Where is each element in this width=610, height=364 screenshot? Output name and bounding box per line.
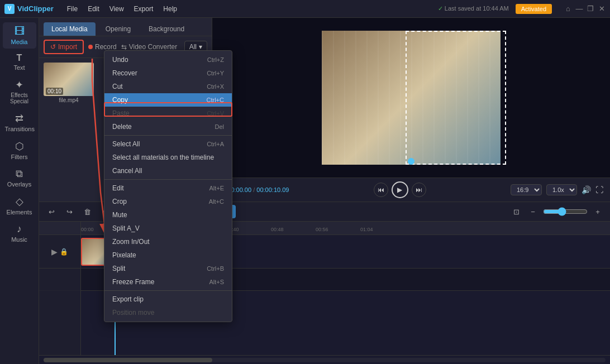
sidebar-item-music[interactable]: ♪ Music: [3, 220, 36, 246]
tab-local-media[interactable]: Local Media: [44, 22, 96, 36]
preview-selection-overlay: [406, 31, 506, 165]
media-icon: 🎞: [5, 26, 34, 37]
menu-file[interactable]: File: [63, 3, 82, 15]
ctx-separator-3: [104, 290, 232, 291]
media-thumbnail: 00:10: [44, 63, 94, 96]
activated-button[interactable]: Activated: [516, 4, 552, 14]
record-button[interactable]: Record: [88, 43, 117, 51]
ctx-delete[interactable]: Delete Del: [104, 120, 232, 133]
prev-frame-button[interactable]: ⏮: [374, 183, 388, 197]
sidebar-item-transitions[interactable]: ⇄ Transitions: [3, 109, 36, 136]
menu-edit[interactable]: Edit: [83, 3, 104, 15]
video-converter-button[interactable]: ⇆ Video Converter: [121, 43, 178, 51]
zoom-in-icon[interactable]: +: [591, 205, 604, 218]
close-icon[interactable]: ✕: [598, 5, 606, 13]
preview-panel: 00:00:00.00 / 00:00:10.09 ⏮ ▶ ⏭ 16:9: [212, 18, 610, 202]
save-status: ✓ Last saved at 10:44 AM: [438, 5, 509, 12]
ctx-select-all-timeline[interactable]: Select all materials on the timeline: [104, 151, 232, 164]
titlebar-menu: File Edit View Export Help: [63, 3, 182, 15]
ctx-cut[interactable]: Cut Ctrl+X: [104, 80, 232, 93]
zoom-controls: ⊡ − +: [509, 205, 604, 218]
ctx-cancel-all[interactable]: Cancel All: [104, 164, 232, 178]
ctx-separator-1: [104, 135, 232, 136]
aspect-ratio-select[interactable]: 16:9: [511, 184, 542, 195]
chevron-down-icon: ▾: [199, 43, 202, 51]
sidebar-item-text[interactable]: T Text: [3, 50, 36, 74]
fullscreen-icon[interactable]: ⛶: [595, 185, 603, 194]
tab-opening[interactable]: Opening: [98, 22, 139, 36]
titlebar-controls: ⌂ — ❐ ✕: [564, 5, 606, 13]
media-file-item[interactable]: 00:10 file.mp4: [44, 63, 94, 103]
video-track-icon: ▶: [51, 247, 58, 256]
lock-icon[interactable]: 🔒: [60, 248, 68, 256]
music-icon: ♪: [5, 223, 34, 235]
ctx-split-av[interactable]: Split A_V: [104, 222, 232, 235]
minimize-icon[interactable]: —: [575, 5, 583, 13]
ruler-mark-0: 00:00: [81, 227, 94, 232]
sidebar-item-media[interactable]: 🎞 Media: [3, 22, 36, 49]
ruler-mark-4: 00:48: [271, 227, 284, 232]
sidebar-item-filters[interactable]: ⬡ Filters: [3, 137, 36, 164]
zoom-slider[interactable]: [543, 207, 588, 216]
playhead-dot-icon: [408, 158, 414, 165]
snapshot-icon[interactable]: ⊡: [509, 205, 523, 218]
titlebar: V VidClipper File Edit View Export Help …: [0, 0, 610, 18]
track-labels: ▶ 🔒: [39, 235, 81, 355]
ctx-pixelate[interactable]: Pixelate: [104, 248, 232, 262]
media-tabs: Local Media Opening Background: [39, 18, 212, 36]
ruler-mark-5: 00:56: [316, 227, 328, 232]
ctx-freeze[interactable]: Freeze Frame Alt+S: [104, 275, 232, 289]
play-button[interactable]: ▶: [392, 181, 408, 198]
home-icon[interactable]: ⌂: [564, 5, 572, 13]
filters-icon: ⬡: [5, 140, 34, 152]
main-layout: 🎞 Media T Text ✦ Effects Special ⇄ Trans…: [0, 18, 610, 364]
text-icon: T: [5, 53, 34, 63]
sidebar-item-elements[interactable]: ◇ Elements: [3, 192, 36, 219]
ctx-recover[interactable]: Recover Ctrl+Y: [104, 66, 232, 80]
delete-button[interactable]: 🗑: [80, 205, 94, 218]
transitions-icon: ⇄: [5, 112, 34, 124]
ruler-mark-6: 01:04: [360, 227, 373, 232]
titlebar-right: ✓ Last saved at 10:44 AM Activated ⌂ — ❐…: [438, 4, 606, 14]
menu-export[interactable]: Export: [130, 3, 158, 15]
ruler-spacer: [39, 222, 81, 234]
import-button[interactable]: ↺ Import: [44, 40, 84, 54]
tab-background[interactable]: Background: [141, 22, 192, 36]
logo-icon: V: [4, 4, 15, 14]
media-filename: file.mp4: [44, 97, 94, 103]
next-frame-button[interactable]: ⏭: [412, 183, 426, 197]
zoom-out-icon[interactable]: −: [526, 205, 540, 218]
sidebar-item-overlays[interactable]: ⧉ Overlays: [3, 165, 36, 191]
ctx-copy[interactable]: Copy Ctrl+C: [104, 93, 232, 107]
ctx-crop[interactable]: Crop Alt+C: [104, 195, 232, 208]
preview-right-controls: 16:9 1.0x 🔊 ⛶: [511, 184, 603, 195]
media-duration: 00:10: [46, 88, 63, 95]
ctx-edit[interactable]: Edit Alt+E: [104, 181, 232, 195]
ctx-export-clip[interactable]: Export clip: [104, 293, 232, 306]
menu-view[interactable]: View: [105, 3, 128, 15]
redo-button[interactable]: ↪: [63, 205, 76, 218]
check-icon: ✓: [438, 5, 443, 12]
track-label-video: ▶ 🔒: [39, 235, 80, 269]
context-menu: Undo Ctrl+Z Recover Ctrl+Y Cut Ctrl+X Co…: [104, 50, 232, 322]
maximize-icon[interactable]: ❐: [587, 5, 594, 13]
track-label-extra: [39, 269, 80, 291]
sidebar-item-effects[interactable]: ✦ Effects Special: [3, 75, 36, 108]
ctx-mute[interactable]: Mute: [104, 208, 232, 222]
speed-select[interactable]: 1.0x: [546, 184, 577, 195]
preview-controls: 00:00:00.00 / 00:00:10.09 ⏮ ▶ ⏭ 16:9: [212, 178, 610, 202]
volume-icon[interactable]: 🔊: [582, 185, 591, 194]
effects-icon: ✦: [5, 79, 34, 91]
record-dot-icon: [88, 45, 93, 49]
ctx-split[interactable]: Split Ctrl+B: [104, 262, 232, 275]
ctx-zoom[interactable]: Zoom In/Out: [104, 235, 232, 248]
ctx-select-all[interactable]: Select All Ctrl+A: [104, 137, 232, 151]
refresh-icon: ↺: [50, 43, 56, 51]
ctx-position-move: Position move: [104, 306, 232, 319]
undo-button[interactable]: ↩: [45, 205, 58, 218]
sidebar: 🎞 Media T Text ✦ Effects Special ⇄ Trans…: [0, 18, 39, 364]
timeline-scrollbar[interactable]: [39, 355, 610, 364]
ctx-undo[interactable]: Undo Ctrl+Z: [104, 53, 232, 66]
app-logo: V VidClipper: [4, 4, 54, 14]
menu-help[interactable]: Help: [159, 3, 182, 15]
